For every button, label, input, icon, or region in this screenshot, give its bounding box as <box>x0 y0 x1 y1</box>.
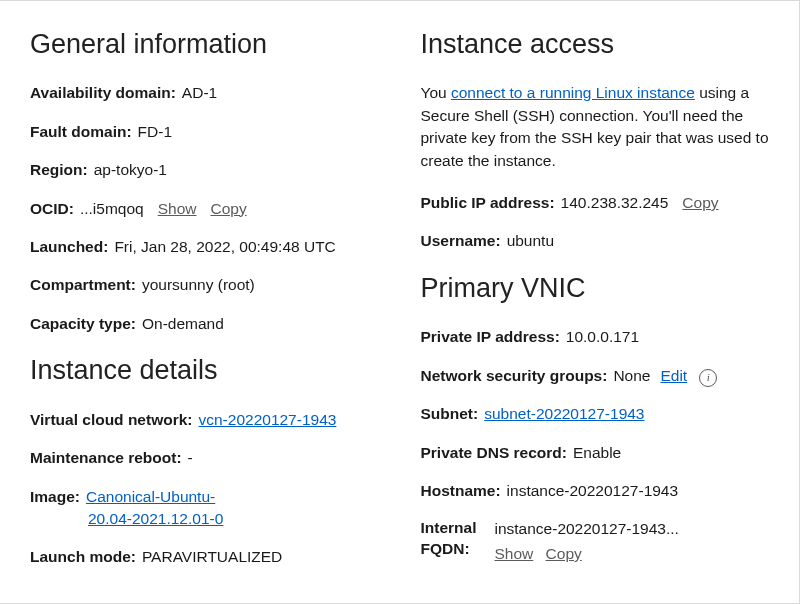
value-public-ip: 140.238.32.245 <box>561 192 669 214</box>
field-vcn: Virtual cloud network: vcn-20220127-1943 <box>30 409 401 431</box>
field-nsg: Network security groups: None Edit i <box>421 365 792 387</box>
value-maintenance-reboot: - <box>188 447 193 469</box>
value-nsg: None <box>613 365 650 387</box>
field-subnet: Subnet: subnet-20220127-1943 <box>421 403 792 425</box>
field-fault-domain: Fault domain: FD-1 <box>30 121 401 143</box>
label-vcn: Virtual cloud network: <box>30 409 193 431</box>
value-username: ubuntu <box>507 230 554 252</box>
label-internal-fqdn: Internal FQDN: <box>421 518 477 560</box>
access-text-pre: You <box>421 84 451 101</box>
public-ip-copy-action[interactable]: Copy <box>682 192 718 214</box>
label-capacity-type: Capacity type: <box>30 313 136 335</box>
label-maintenance-reboot: Maintenance reboot: <box>30 447 182 469</box>
field-private-ip: Private IP address: 10.0.0.171 <box>421 326 792 348</box>
field-hostname: Hostname: instance-20220127-1943 <box>421 480 792 502</box>
field-ocid: OCID: ...i5mqoq Show Copy <box>30 198 401 220</box>
value-capacity-type: On-demand <box>142 313 224 335</box>
label-launched: Launched: <box>30 236 108 258</box>
value-internal-fqdn: instance-20220127-1943... <box>494 518 791 540</box>
field-username: Username: ubuntu <box>421 230 792 252</box>
instance-info-panel: General information Availability domain:… <box>0 0 800 604</box>
label-launch-mode: Launch mode: <box>30 546 136 568</box>
label-compartment: Compartment: <box>30 274 136 296</box>
field-launch-mode: Launch mode: PARAVIRTUALIZED <box>30 546 401 568</box>
field-availability-domain: Availability domain: AD-1 <box>30 82 401 104</box>
field-public-ip: Public IP address: 140.238.32.245 Copy <box>421 192 792 214</box>
label-image: Image: <box>30 486 80 508</box>
label-subnet: Subnet: <box>421 403 479 425</box>
label-public-ip: Public IP address: <box>421 192 555 214</box>
field-capacity-type: Capacity type: On-demand <box>30 313 401 335</box>
value-launch-mode: PARAVIRTUALIZED <box>142 546 282 568</box>
ocid-show-action[interactable]: Show <box>158 198 197 220</box>
link-subnet[interactable]: subnet-20220127-1943 <box>484 403 644 425</box>
value-fault-domain: FD-1 <box>138 121 172 143</box>
field-image: Image: Canonical-Ubuntu- 20.04-2021.12.0… <box>30 486 401 531</box>
info-icon[interactable]: i <box>699 369 717 387</box>
field-compartment: Compartment: yoursunny (root) <box>30 274 401 296</box>
fqdn-copy-action[interactable]: Copy <box>546 545 582 562</box>
heading-primary-vnic: Primary VNIC <box>421 269 792 308</box>
ocid-copy-action[interactable]: Copy <box>210 198 246 220</box>
field-private-dns: Private DNS record: Enable <box>421 442 792 464</box>
value-private-ip: 10.0.0.171 <box>566 326 639 348</box>
link-vcn[interactable]: vcn-20220127-1943 <box>199 409 337 431</box>
link-image-line2[interactable]: 20.04-2021.12.01-0 <box>88 508 401 530</box>
label-internal-fqdn-l2: FQDN: <box>421 539 477 560</box>
field-maintenance-reboot: Maintenance reboot: - <box>30 447 401 469</box>
link-connect-instance[interactable]: connect to a running Linux instance <box>451 84 695 101</box>
label-availability-domain: Availability domain: <box>30 82 176 104</box>
label-internal-fqdn-l1: Internal <box>421 518 477 539</box>
label-username: Username: <box>421 230 501 252</box>
heading-general-information: General information <box>30 25 401 64</box>
label-private-ip: Private IP address: <box>421 326 560 348</box>
field-region: Region: ap-tokyo-1 <box>30 159 401 181</box>
value-availability-domain: AD-1 <box>182 82 217 104</box>
value-compartment: yoursunny (root) <box>142 274 255 296</box>
right-column: Instance access You connect to a running… <box>421 15 792 585</box>
heading-instance-details: Instance details <box>30 351 401 390</box>
label-private-dns: Private DNS record: <box>421 442 567 464</box>
label-hostname: Hostname: <box>421 480 501 502</box>
access-description: You connect to a running Linux instance … <box>421 82 792 172</box>
label-fault-domain: Fault domain: <box>30 121 132 143</box>
label-nsg: Network security groups: <box>421 365 608 387</box>
link-nsg-edit[interactable]: Edit <box>660 365 687 387</box>
value-private-dns: Enable <box>573 442 621 464</box>
heading-instance-access: Instance access <box>421 25 792 64</box>
fqdn-show-action[interactable]: Show <box>494 545 533 562</box>
value-ocid: ...i5mqoq <box>80 198 144 220</box>
link-image-line1[interactable]: Canonical-Ubuntu- <box>86 486 215 508</box>
value-hostname: instance-20220127-1943 <box>507 480 679 502</box>
label-ocid: OCID: <box>30 198 74 220</box>
value-region: ap-tokyo-1 <box>94 159 167 181</box>
value-launched: Fri, Jan 28, 2022, 00:49:48 UTC <box>114 236 335 258</box>
left-column: General information Availability domain:… <box>30 15 401 585</box>
field-internal-fqdn: Internal FQDN: instance-20220127-1943...… <box>421 518 792 565</box>
field-launched: Launched: Fri, Jan 28, 2022, 00:49:48 UT… <box>30 236 401 258</box>
label-region: Region: <box>30 159 88 181</box>
